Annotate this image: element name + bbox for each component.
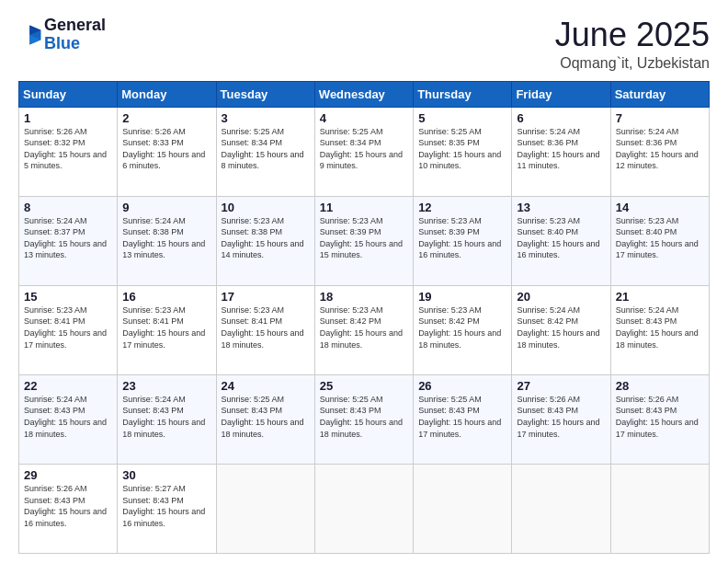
day-info: Sunrise: 5:24 AMSunset: 8:38 PMDaylight:…	[122, 216, 205, 260]
day-info: Sunrise: 5:23 AMSunset: 8:42 PMDaylight:…	[320, 305, 403, 350]
day-number: 25	[320, 379, 408, 393]
calendar-cell: 16 Sunrise: 5:23 AMSunset: 8:41 PMDaylig…	[118, 285, 216, 374]
logo-words: General Blue	[44, 17, 106, 53]
calendar-cell: 22 Sunrise: 5:24 AMSunset: 8:43 PMDaylig…	[19, 374, 118, 464]
day-number: 18	[320, 290, 408, 304]
header-row: Sunday Monday Tuesday Wednesday Thursday…	[19, 81, 710, 107]
calendar-cell: 6 Sunrise: 5:24 AMSunset: 8:36 PMDayligh…	[512, 107, 610, 196]
day-info: Sunrise: 5:25 AMSunset: 8:43 PMDaylight:…	[320, 395, 403, 439]
day-number: 5	[418, 111, 506, 125]
calendar-cell: 24 Sunrise: 5:25 AMSunset: 8:43 PMDaylig…	[216, 374, 314, 464]
calendar-body: 1 Sunrise: 5:26 AMSunset: 8:32 PMDayligh…	[19, 107, 710, 553]
day-number: 7	[616, 111, 704, 125]
calendar-cell: 9 Sunrise: 5:24 AMSunset: 8:38 PMDayligh…	[118, 196, 216, 285]
calendar-cell: 28 Sunrise: 5:26 AMSunset: 8:43 PMDaylig…	[610, 374, 709, 464]
day-number: 1	[24, 111, 112, 125]
day-number: 12	[418, 201, 506, 214]
day-info: Sunrise: 5:23 AMSunset: 8:40 PMDaylight:…	[616, 216, 699, 260]
day-info: Sunrise: 5:23 AMSunset: 8:41 PMDaylight:…	[222, 305, 304, 350]
calendar-cell	[512, 464, 610, 553]
subtitle: Oqmang`it, Uzbekistan	[555, 55, 710, 72]
logo-icon	[18, 22, 44, 48]
day-info: Sunrise: 5:26 AMSunset: 8:43 PMDaylight:…	[517, 395, 599, 439]
calendar-week-4: 22 Sunrise: 5:24 AMSunset: 8:43 PMDaylig…	[19, 374, 710, 464]
calendar-cell: 4 Sunrise: 5:25 AMSunset: 8:34 PMDayligh…	[314, 107, 413, 196]
calendar-cell: 21 Sunrise: 5:24 AMSunset: 8:43 PMDaylig…	[610, 285, 709, 374]
day-number: 11	[320, 201, 408, 214]
day-number: 22	[24, 379, 112, 393]
day-number: 2	[122, 111, 210, 125]
title-section: June 2025 Oqmang`it, Uzbekistan	[555, 17, 710, 72]
calendar-table: Sunday Monday Tuesday Wednesday Thursday…	[18, 81, 710, 554]
calendar-week-2: 8 Sunrise: 5:24 AMSunset: 8:37 PMDayligh…	[19, 196, 710, 285]
day-info: Sunrise: 5:24 AMSunset: 8:36 PMDaylight:…	[616, 127, 699, 171]
day-info: Sunrise: 5:25 AMSunset: 8:34 PMDaylight:…	[320, 127, 403, 171]
day-info: Sunrise: 5:27 AMSunset: 8:43 PMDaylight:…	[122, 484, 205, 528]
day-number: 24	[222, 379, 310, 393]
calendar-cell: 11 Sunrise: 5:23 AMSunset: 8:39 PMDaylig…	[314, 196, 413, 285]
logo-row: General Blue	[18, 17, 106, 53]
calendar-cell: 7 Sunrise: 5:24 AMSunset: 8:36 PMDayligh…	[610, 107, 709, 196]
calendar-week-3: 15 Sunrise: 5:23 AMSunset: 8:41 PMDaylig…	[19, 285, 710, 374]
day-number: 13	[517, 201, 605, 214]
calendar-cell: 3 Sunrise: 5:25 AMSunset: 8:34 PMDayligh…	[216, 107, 314, 196]
day-number: 30	[122, 468, 210, 482]
day-info: Sunrise: 5:25 AMSunset: 8:43 PMDaylight:…	[418, 395, 501, 439]
day-number: 26	[418, 379, 506, 393]
day-info: Sunrise: 5:23 AMSunset: 8:39 PMDaylight:…	[320, 216, 403, 260]
day-number: 20	[517, 290, 605, 304]
calendar-cell: 8 Sunrise: 5:24 AMSunset: 8:37 PMDayligh…	[19, 196, 118, 285]
header-wednesday: Wednesday	[314, 81, 413, 107]
logo-general: General	[44, 17, 106, 35]
calendar-cell: 18 Sunrise: 5:23 AMSunset: 8:42 PMDaylig…	[314, 285, 413, 374]
calendar-cell: 15 Sunrise: 5:23 AMSunset: 8:41 PMDaylig…	[19, 285, 118, 374]
calendar-cell: 5 Sunrise: 5:25 AMSunset: 8:35 PMDayligh…	[414, 107, 512, 196]
day-number: 28	[616, 379, 704, 393]
day-number: 23	[122, 379, 210, 393]
day-info: Sunrise: 5:23 AMSunset: 8:40 PMDaylight:…	[517, 216, 599, 260]
logo: General Blue	[18, 17, 106, 53]
header-monday: Monday	[118, 81, 216, 107]
day-info: Sunrise: 5:25 AMSunset: 8:35 PMDaylight:…	[418, 127, 501, 171]
header-friday: Friday	[512, 81, 610, 107]
calendar-cell: 14 Sunrise: 5:23 AMSunset: 8:40 PMDaylig…	[610, 196, 709, 285]
calendar-cell: 19 Sunrise: 5:23 AMSunset: 8:42 PMDaylig…	[414, 285, 512, 374]
day-number: 6	[517, 111, 605, 125]
day-info: Sunrise: 5:24 AMSunset: 8:43 PMDaylight:…	[616, 305, 699, 350]
calendar-cell: 13 Sunrise: 5:23 AMSunset: 8:40 PMDaylig…	[512, 196, 610, 285]
day-info: Sunrise: 5:24 AMSunset: 8:43 PMDaylight:…	[24, 395, 107, 439]
calendar-cell: 26 Sunrise: 5:25 AMSunset: 8:43 PMDaylig…	[414, 374, 512, 464]
day-info: Sunrise: 5:24 AMSunset: 8:36 PMDaylight:…	[517, 127, 599, 171]
logo-blue: Blue	[44, 35, 106, 53]
day-number: 17	[222, 290, 310, 304]
day-info: Sunrise: 5:24 AMSunset: 8:37 PMDaylight:…	[24, 216, 107, 260]
calendar-cell: 1 Sunrise: 5:26 AMSunset: 8:32 PMDayligh…	[19, 107, 118, 196]
day-info: Sunrise: 5:23 AMSunset: 8:38 PMDaylight:…	[222, 216, 304, 260]
calendar-cell: 29 Sunrise: 5:26 AMSunset: 8:43 PMDaylig…	[19, 464, 118, 553]
calendar-cell: 2 Sunrise: 5:26 AMSunset: 8:33 PMDayligh…	[118, 107, 216, 196]
day-info: Sunrise: 5:26 AMSunset: 8:33 PMDaylight:…	[122, 127, 205, 171]
calendar-cell	[610, 464, 709, 553]
header-tuesday: Tuesday	[216, 81, 314, 107]
day-number: 3	[222, 111, 310, 125]
calendar-cell	[414, 464, 512, 553]
day-info: Sunrise: 5:26 AMSunset: 8:43 PMDaylight:…	[616, 395, 699, 439]
calendar-cell	[216, 464, 314, 553]
calendar-cell	[314, 464, 413, 553]
calendar-header: Sunday Monday Tuesday Wednesday Thursday…	[19, 81, 710, 107]
day-number: 27	[517, 379, 605, 393]
calendar-cell: 30 Sunrise: 5:27 AMSunset: 8:43 PMDaylig…	[118, 464, 216, 553]
calendar-cell: 20 Sunrise: 5:24 AMSunset: 8:42 PMDaylig…	[512, 285, 610, 374]
day-number: 9	[122, 201, 210, 214]
calendar-cell: 25 Sunrise: 5:25 AMSunset: 8:43 PMDaylig…	[314, 374, 413, 464]
calendar-week-1: 1 Sunrise: 5:26 AMSunset: 8:32 PMDayligh…	[19, 107, 710, 196]
main-title: June 2025	[555, 17, 710, 53]
day-info: Sunrise: 5:23 AMSunset: 8:41 PMDaylight:…	[122, 305, 205, 350]
calendar-cell: 12 Sunrise: 5:23 AMSunset: 8:39 PMDaylig…	[414, 196, 512, 285]
day-number: 16	[122, 290, 210, 304]
calendar-cell: 27 Sunrise: 5:26 AMSunset: 8:43 PMDaylig…	[512, 374, 610, 464]
day-info: Sunrise: 5:23 AMSunset: 8:41 PMDaylight:…	[24, 305, 107, 350]
header-sunday: Sunday	[19, 81, 118, 107]
page: General Blue June 2025 Oqmang`it, Uzbeki…	[0, 0, 728, 563]
day-info: Sunrise: 5:23 AMSunset: 8:42 PMDaylight:…	[418, 305, 501, 350]
